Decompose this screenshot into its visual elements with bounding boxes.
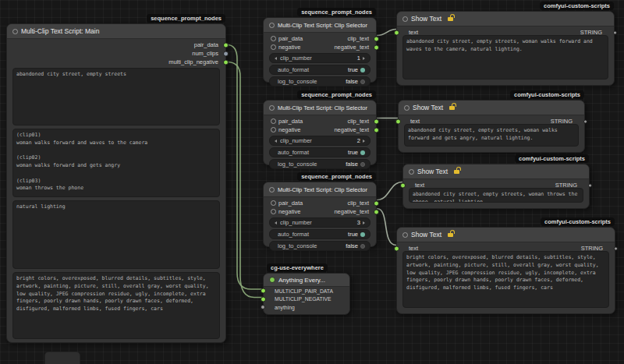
log-to-console-toggle[interactable]: log_to_console false bbox=[269, 76, 370, 87]
clip-number-widget[interactable]: clip_number 3 bbox=[269, 217, 370, 228]
num-clips-output-slot-icon[interactable] bbox=[223, 51, 229, 56]
negative-input-slot-icon[interactable] bbox=[271, 44, 276, 50]
collapse-icon[interactable] bbox=[402, 16, 408, 22]
wire-clip3-text bbox=[377, 182, 402, 200]
node-show-text-1[interactable]: comfyui-custom-scripts Show Text text ST… bbox=[396, 11, 615, 86]
node-multi-clip-main[interactable]: sequence_prompt_nodes Multi-Clip Text Sc… bbox=[6, 23, 226, 343]
show-text-content[interactable]: bright colors, overexposed, blurred deta… bbox=[402, 251, 609, 308]
widget-value: false bbox=[346, 78, 358, 85]
node-clip-selector-1[interactable]: sequence_prompt_nodes Multi-Clip Text Sc… bbox=[263, 17, 377, 83]
node-clip-selector-2[interactable]: sequence_prompt_nodes Multi-Clip Text Sc… bbox=[263, 100, 377, 165]
anything-input-slot-icon[interactable] bbox=[261, 305, 265, 309]
toggle-on-icon[interactable] bbox=[360, 68, 365, 72]
widget-label: clip_number bbox=[280, 55, 357, 62]
text-input-slot-icon[interactable] bbox=[395, 118, 401, 124]
toggle-on-icon[interactable] bbox=[360, 232, 365, 237]
node-title-bar[interactable]: Multi-Clip Text Script: Clip Selector bbox=[264, 182, 376, 197]
clip-number-widget[interactable]: clip_number 2 bbox=[269, 136, 370, 146]
widget-label: clip_number bbox=[280, 137, 357, 144]
clips-textarea[interactable]: (clip01) woman walks forward and waves t… bbox=[12, 129, 220, 197]
graph-canvas[interactable]: sequence_prompt_nodes Multi-Clip Text Sc… bbox=[0, 0, 624, 364]
clip-number-widget[interactable]: clip_number 1 bbox=[269, 53, 370, 63]
clip-text-output-slot-icon[interactable] bbox=[374, 200, 379, 206]
node-show-text-3[interactable]: comfyui-custom-scripts Show Text text ST… bbox=[402, 164, 590, 209]
negative-text-output-slot-icon[interactable] bbox=[374, 44, 379, 50]
text-input-slot-icon[interactable] bbox=[394, 246, 399, 251]
unlock-icon bbox=[449, 106, 455, 110]
show-text-content[interactable]: abandoned city street, empty streets, wo… bbox=[404, 124, 579, 147]
pair-data-output-slot-icon[interactable] bbox=[223, 42, 229, 48]
widget-label: auto_format bbox=[278, 149, 348, 156]
negative-prompt-textarea[interactable]: bright colors, overexposed, blurred deta… bbox=[12, 272, 220, 339]
pair-data-input-slot-icon[interactable] bbox=[271, 118, 276, 124]
node-title-bar[interactable]: Multi-Clip Text Script: Clip Selector bbox=[264, 18, 376, 33]
output-row: num_clips bbox=[7, 49, 225, 58]
collapse-icon[interactable] bbox=[402, 232, 408, 238]
log-to-console-toggle[interactable]: log_to_console false bbox=[269, 159, 370, 169]
collapse-icon[interactable] bbox=[12, 29, 18, 34]
increment-icon[interactable] bbox=[363, 57, 365, 60]
toggle-off-icon[interactable] bbox=[360, 244, 365, 249]
auto-format-toggle[interactable]: auto_format true bbox=[269, 65, 370, 75]
clip-text-output-slot-icon[interactable] bbox=[374, 36, 379, 41]
collapse-icon[interactable] bbox=[269, 105, 275, 111]
node-title-bar[interactable]: Show Text bbox=[399, 101, 584, 115]
show-text-content[interactable]: abandoned city street, empty streets, wo… bbox=[409, 188, 583, 203]
widget-value: true bbox=[348, 149, 358, 156]
collapse-icon[interactable] bbox=[404, 105, 410, 111]
node-pack-badge: sequence_prompt_nodes bbox=[147, 14, 225, 23]
toggle-off-icon[interactable] bbox=[360, 162, 365, 167]
node-title: Show Text bbox=[411, 231, 441, 239]
negative-text-output-slot-icon[interactable] bbox=[374, 209, 379, 214]
decrement-icon[interactable] bbox=[275, 57, 277, 60]
output-label: negative_text bbox=[334, 44, 369, 51]
increment-icon[interactable] bbox=[363, 221, 365, 224]
multi-clip-negative-output-slot-icon[interactable] bbox=[223, 59, 229, 65]
unlock-icon bbox=[448, 233, 453, 237]
string-output-slot-icon[interactable] bbox=[614, 246, 618, 250]
log-to-console-toggle[interactable]: log_to_console false bbox=[269, 241, 370, 251]
clip-global-suffix-textarea[interactable]: natural lighting bbox=[12, 200, 220, 269]
collapse-icon[interactable] bbox=[269, 23, 275, 28]
negative-text-output-slot-icon[interactable] bbox=[374, 127, 379, 133]
collapse-icon[interactable] bbox=[269, 187, 275, 193]
auto-format-toggle[interactable]: auto_format true bbox=[269, 229, 370, 239]
node-anything-everywhere[interactable]: cg-use-everywhere Anything Every... MULT… bbox=[263, 273, 350, 315]
output-label: clip_text bbox=[347, 35, 369, 42]
node-pack-badge: sequence_prompt_nodes bbox=[297, 8, 376, 16]
increment-icon[interactable] bbox=[363, 140, 365, 143]
clip-global-prefix-textarea[interactable]: abandoned city street, empty streets bbox=[12, 68, 220, 125]
decrement-icon[interactable] bbox=[275, 221, 277, 224]
string-output-slot-icon[interactable] bbox=[588, 183, 592, 187]
negative-input-slot-icon[interactable] bbox=[261, 296, 266, 302]
widget-value: true bbox=[348, 66, 358, 73]
negative-input-slot-icon[interactable] bbox=[271, 209, 276, 214]
partial-node bbox=[44, 352, 80, 364]
show-text-content[interactable]: abandoned city street, empty streets, wo… bbox=[402, 35, 608, 80]
node-show-text-4[interactable]: comfyui-custom-scripts Show Text text ST… bbox=[396, 227, 615, 314]
node-title: Multi-Clip Text Script: Clip Selector bbox=[278, 22, 367, 29]
collapse-icon[interactable] bbox=[409, 169, 414, 175]
text-input-slot-icon[interactable] bbox=[394, 30, 399, 35]
node-title-bar[interactable]: Show Text bbox=[403, 164, 589, 179]
negative-input-slot-icon[interactable] bbox=[271, 127, 276, 133]
decrement-icon[interactable] bbox=[275, 140, 277, 143]
node-title-bar[interactable]: Multi-Clip Text Script: Main bbox=[7, 24, 225, 39]
node-title-bar[interactable]: Show Text bbox=[397, 228, 615, 242]
node-title-bar[interactable]: Show Text bbox=[397, 12, 614, 27]
node-show-text-2[interactable]: comfyui-custom-scripts Show Text text ST… bbox=[398, 100, 585, 153]
clip-text-output-slot-icon[interactable] bbox=[374, 118, 379, 124]
toggle-off-icon[interactable] bbox=[360, 80, 365, 84]
pair-data-input-slot-icon[interactable] bbox=[261, 288, 266, 294]
node-title-bar[interactable]: Multi-Clip Text Script: Clip Selector bbox=[264, 101, 376, 115]
text-input-slot-icon[interactable] bbox=[400, 182, 406, 188]
node-pack-badge: comfyui-custom-scripts bbox=[540, 2, 614, 10]
node-clip-selector-3[interactable]: sequence_prompt_nodes Multi-Clip Text Sc… bbox=[263, 182, 377, 247]
node-title-bar[interactable]: Anything Every... bbox=[264, 274, 349, 287]
auto-format-toggle[interactable]: auto_format true bbox=[269, 147, 370, 157]
pair-data-input-slot-icon[interactable] bbox=[271, 200, 276, 206]
toggle-on-icon[interactable] bbox=[360, 150, 365, 155]
string-output-slot-icon[interactable] bbox=[583, 119, 587, 123]
pair-data-input-slot-icon[interactable] bbox=[271, 36, 276, 41]
string-output-slot-icon[interactable] bbox=[613, 30, 617, 34]
